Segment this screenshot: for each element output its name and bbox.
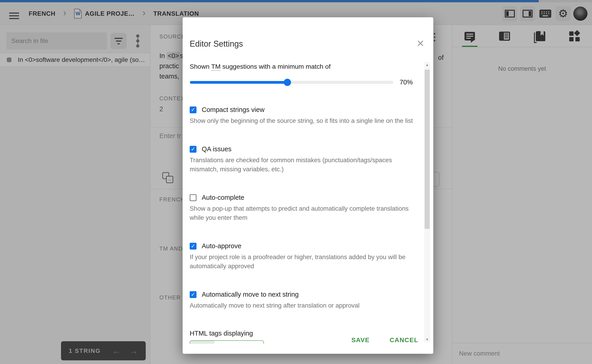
scroll-up-icon[interactable]: ▲ bbox=[424, 63, 430, 67]
tm-slider-label: Shown TM suggestions with a minimum matc… bbox=[190, 63, 413, 70]
setting-auto-approve[interactable]: ✓ Auto-approve bbox=[190, 242, 413, 250]
setting-description: Show only the beginning of the source st… bbox=[190, 116, 413, 125]
editor-settings-dialog: Editor Settings × Shown TM suggestions w… bbox=[183, 17, 433, 354]
close-icon[interactable]: × bbox=[417, 37, 424, 50]
checkbox: ✓ bbox=[190, 106, 197, 113]
slider-thumb[interactable] bbox=[284, 79, 291, 86]
checkbox: ✓ bbox=[190, 194, 197, 201]
setting-description: Automatically move to next string after … bbox=[190, 301, 413, 310]
tm-match-slider[interactable] bbox=[190, 81, 393, 84]
scrollbar-thumb[interactable] bbox=[425, 70, 430, 229]
setting-auto-complete[interactable]: ✓ Auto-complete bbox=[190, 194, 413, 201]
checkbox: ✓ bbox=[190, 291, 197, 298]
tm-abbr: TM bbox=[211, 63, 221, 71]
setting-description: Show a pop-up that attempts to predict a… bbox=[190, 204, 413, 222]
save-button[interactable]: SAVE bbox=[351, 337, 370, 344]
setting-description: If your project role is a proofreader or… bbox=[190, 253, 413, 271]
setting-qa-issues[interactable]: ✓ QA issues bbox=[190, 145, 413, 153]
checkbox: ✓ bbox=[190, 243, 197, 250]
dialog-scroll-area: Shown TM suggestions with a minimum matc… bbox=[183, 60, 433, 344]
dialog-title: Editor Settings bbox=[190, 39, 243, 49]
dialog-footer: SAVE CANCEL bbox=[183, 326, 433, 354]
checkbox: ✓ bbox=[190, 146, 197, 153]
setting-compact-strings[interactable]: ✓ Compact strings view bbox=[190, 106, 413, 114]
setting-auto-move-next[interactable]: ✓ Automatically move to next string bbox=[190, 291, 413, 298]
dialog-scrollbar[interactable]: ▲ ▼ bbox=[424, 62, 430, 342]
setting-description: Translations are checked for common mist… bbox=[190, 156, 413, 174]
slider-value: 70% bbox=[399, 78, 413, 86]
cancel-button[interactable]: CANCEL bbox=[390, 337, 418, 344]
